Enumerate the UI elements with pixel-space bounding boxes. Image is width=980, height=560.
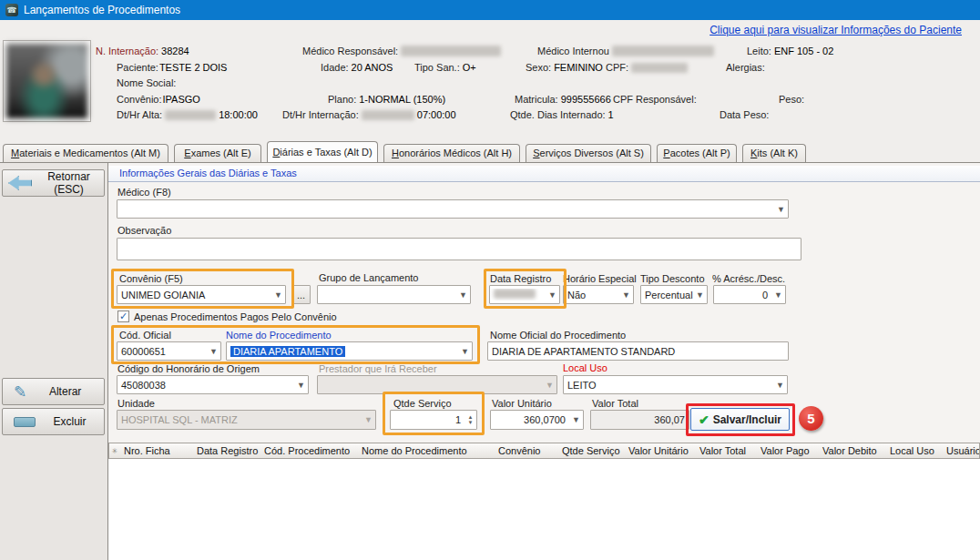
chevron-down-icon[interactable]: ▼ xyxy=(207,347,220,356)
chevron-down-icon[interactable]: ▼ xyxy=(294,381,308,390)
convenio-f5-label: Convênio (F5) xyxy=(119,273,183,284)
tab-diarias-taxas[interactable]: Diárias e Taxas (Alt D) xyxy=(267,141,378,162)
acresc-desc-input[interactable]: 0 ▼ xyxy=(713,285,786,304)
field-value: 38284 xyxy=(161,46,189,56)
cod-honorario-combo[interactable]: 45080038 ▼ xyxy=(117,375,309,394)
field-label: Alergias: xyxy=(726,62,765,73)
excluir-button[interactable]: Excluir xyxy=(2,408,105,435)
observacao-input[interactable] xyxy=(117,238,801,260)
diarias-taxas-panel: Informações Gerais das Diárias e Taxas M… xyxy=(108,163,980,560)
col-nro-ficha[interactable]: Nro. Ficha xyxy=(120,443,194,459)
tab-exames[interactable]: Exames (Alt E) xyxy=(174,144,261,162)
chevron-down-icon[interactable]: ▼ xyxy=(271,290,285,300)
nome-oficial-value: DIARIA DE APARTAMENTO STANDARD xyxy=(488,346,788,357)
col-valor-total[interactable]: Valor Total xyxy=(696,443,758,459)
col-nome-procedimento[interactable]: Nome do Procedimento xyxy=(358,443,495,459)
horario-especial-combo[interactable]: Não ▼ xyxy=(563,285,634,304)
field-value: FEMININO xyxy=(554,62,603,73)
convenio-combo[interactable]: UNIMED GOIANIA ▼ xyxy=(117,285,286,304)
data-registro-label: Data Registro xyxy=(490,273,551,284)
col-local-uso[interactable]: Local Uso xyxy=(886,443,944,459)
tab-servicos-diversos[interactable]: Serviços Diversos (Alt S) xyxy=(526,144,651,162)
col-usuario[interactable]: Usuário xyxy=(943,443,980,459)
col-cod-procedimento[interactable]: Cód. Procedimento xyxy=(260,443,359,459)
tab-materiais-medicamentos[interactable]: Materiais e Medicamentos (Alt M) xyxy=(3,144,168,162)
patient-info-link[interactable]: Clique aqui para visualizar Informações … xyxy=(709,24,962,36)
retornar-button[interactable]: Retornar (ESC) xyxy=(2,169,105,197)
eraser-icon xyxy=(14,417,36,427)
field-alergias: Alergias: xyxy=(726,62,765,73)
field-value: 1-NORMAL (150%) xyxy=(359,94,445,105)
prestador-combo: ▼ xyxy=(317,375,557,394)
cod-oficial-combo[interactable]: 60000651 ▼ xyxy=(117,341,221,361)
field-peso: Peso: xyxy=(779,94,804,105)
col-valor-unitario[interactable]: Valor Unitário xyxy=(625,443,697,459)
convenio-value: UNIMED GOIANIA xyxy=(117,290,271,300)
tipo-desconto-combo[interactable]: Percentual ▼ xyxy=(640,285,708,304)
chevron-down-icon[interactable]: ▼ xyxy=(619,290,633,300)
field-plano: Plano: 1-NORMAL (150%) xyxy=(328,94,445,105)
data-registro-combo[interactable]: ▼ xyxy=(489,285,560,304)
convenio-browse-button[interactable]: ... xyxy=(291,285,311,304)
nome-oficial-input[interactable]: DIARIA DE APARTAMENTO STANDARD xyxy=(487,341,789,361)
chevron-down-icon[interactable]: ▼ xyxy=(458,347,472,356)
local-uso-combo[interactable]: LEITO ▼ xyxy=(563,375,788,394)
col-convenio[interactable]: Convênio xyxy=(495,443,559,459)
col-data-registro[interactable]: Data Registro xyxy=(193,443,261,459)
col-valor-debito[interactable]: Valor Debito xyxy=(819,443,887,459)
sidebar: Retornar (ESC) ✎ Alterar Excluir xyxy=(0,163,107,560)
field-value: 18:00:00 xyxy=(219,109,258,120)
field-value: 20 ANOS xyxy=(352,62,393,73)
chevron-down-icon[interactable]: ▼ xyxy=(773,381,787,390)
field-n-internacao: N. Internação: 38284 xyxy=(96,46,189,56)
chevron-down-icon[interactable]: ▼ xyxy=(774,205,788,214)
chevron-down-icon: ▼ xyxy=(362,415,375,424)
field-label: Dt/Hr Alta: xyxy=(117,109,162,120)
field-label: Médico Internou xyxy=(537,46,609,56)
chevron-down-icon[interactable]: ▼ xyxy=(569,415,583,424)
medico-combo[interactable]: ▼ xyxy=(117,199,789,219)
qtde-servico-label: Qtde Serviço xyxy=(393,398,452,409)
acresc-desc-label: % Acrésc./Desc. xyxy=(712,273,785,284)
checkbox-apenas-pagos[interactable]: ✓ xyxy=(117,311,129,322)
excluir-label: Excluir xyxy=(45,415,104,428)
field-value: 999555666 xyxy=(561,94,611,105)
local-uso-label: Local Uso xyxy=(563,362,607,373)
salvar-incluir-button[interactable]: ✔ Salvar/Incluir xyxy=(690,408,790,431)
tipo-desconto-value: Percentual xyxy=(641,290,693,300)
valor-unitario-input[interactable]: 360,0700 ▼ xyxy=(490,410,584,430)
window-title: Lançamentos de Procedimentos xyxy=(24,4,180,16)
back-arrow-icon xyxy=(8,176,32,190)
ellipsis-icon: ... xyxy=(297,290,305,300)
chevron-down-icon[interactable]: ▼ xyxy=(456,290,470,300)
redacted-value xyxy=(612,46,714,56)
chevron-down-icon[interactable]: ▼ xyxy=(771,290,785,300)
tab-kits[interactable]: Kits (Alt K) xyxy=(742,144,806,162)
tab-divider xyxy=(0,162,980,163)
alterar-button[interactable]: ✎ Alterar xyxy=(2,378,105,405)
col-qtde-servico[interactable]: Qtde Serviço xyxy=(558,443,626,459)
prestador-label: Prestador que Irá Receber xyxy=(319,363,437,374)
chevron-down-icon[interactable]: ▼ xyxy=(693,290,707,300)
grupo-lancamento-combo[interactable]: ▼ xyxy=(317,285,471,304)
chevron-down-icon[interactable]: ▼ xyxy=(546,290,559,300)
tab-pacotes[interactable]: Pacotes (Alt P) xyxy=(657,144,737,162)
medico-label: Médico (F8) xyxy=(117,187,171,198)
field-label: CPF: xyxy=(606,62,628,73)
field-label: Sexo: xyxy=(526,62,551,73)
cod-honorario-value: 45080038 xyxy=(117,380,294,391)
results-table-body[interactable] xyxy=(108,459,980,560)
col-valor-pago[interactable]: Valor Pago xyxy=(757,443,820,459)
field-convenio: Convênio: IPASGO xyxy=(117,94,200,105)
acresc-desc-value: 0 xyxy=(714,290,771,300)
tab-honorarios-medicos[interactable]: Honorários Médicos (Alt H) xyxy=(383,144,520,162)
horario-especial-value: Não xyxy=(564,290,619,300)
qtde-servico-stepper[interactable]: 1 ▲▼ xyxy=(390,410,477,430)
spinner-arrows-icon[interactable]: ▲▼ xyxy=(464,414,476,425)
grupo-lancamento-label: Grupo de Lançamento xyxy=(319,272,418,283)
field-label: Data Peso: xyxy=(720,109,769,120)
field-value: ENF 105 - 02 xyxy=(774,46,833,56)
nome-oficial-label: Nome Oficial do Procedimento xyxy=(490,330,626,341)
field-label: Peso: xyxy=(779,94,804,105)
nome-procedimento-combo[interactable]: DIARIA APARTAMENTO ▼ xyxy=(226,341,473,361)
